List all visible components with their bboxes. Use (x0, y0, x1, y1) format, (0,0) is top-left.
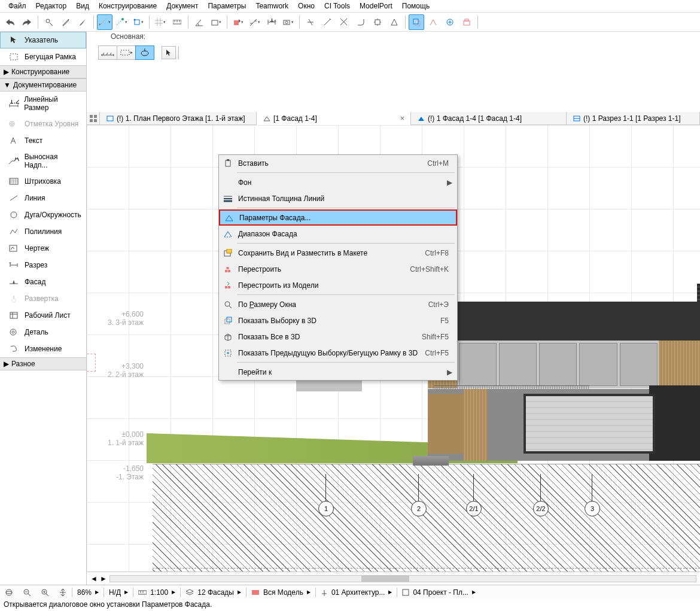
guide-2-button[interactable]: ▾ (114, 14, 129, 30)
tool-section[interactable]: Разрез (0, 257, 86, 273)
menu-window[interactable]: Окно (293, 1, 319, 11)
tool-level[interactable]: Отметка Уровня (0, 115, 86, 132)
reno-2-button[interactable] (442, 14, 458, 30)
nav-prev-icon[interactable]: ◄ (90, 574, 98, 583)
menu-help[interactable]: Помощь (397, 1, 434, 11)
menu-view[interactable]: Вид (71, 1, 94, 11)
menu-teamwork[interactable]: Teamwork (251, 1, 293, 11)
tool-drawing[interactable]: Чертеж (0, 240, 86, 257)
group-design[interactable]: ▶Конструирование (0, 65, 86, 78)
axis-2-1: 2/1 (468, 474, 480, 522)
angle-button[interactable] (191, 14, 207, 30)
split-button[interactable] (303, 14, 318, 30)
tab-plan[interactable]: (!) 1. План Первого Этажа [1. 1-й этаж] (100, 112, 257, 124)
ctx-background[interactable]: Фон▶ (219, 174, 457, 190)
guide-1-button[interactable]: ▾ (97, 14, 112, 30)
tab-section[interactable]: (!) 1 Разрез 1-1 [1 Разрез 1-1] (567, 112, 700, 124)
ctx-save-view[interactable]: Сохранить Вид и Разместить в МакетеCtrl+… (219, 245, 457, 261)
ctx-paste[interactable]: ВставитьCtrl+M (219, 155, 457, 171)
ruler-button[interactable] (169, 14, 185, 30)
measure-button[interactable] (41, 14, 57, 30)
tool-elevation[interactable]: Фасад (0, 273, 86, 290)
ctx-show-sel-3d[interactable]: Показать Выборку в 3DF5 (219, 312, 457, 329)
orbit-icon[interactable] (5, 588, 13, 597)
menu-modelport[interactable]: ModelPort (355, 1, 397, 11)
inject-button[interactable] (75, 14, 90, 30)
layout-value[interactable]: 04 Проект - Пл... ▶ (397, 588, 480, 597)
prism-button[interactable] (386, 14, 402, 30)
reno-3-button[interactable] (459, 14, 474, 30)
h-scrollbar[interactable] (109, 575, 696, 582)
zoom-out-icon[interactable] (23, 588, 31, 597)
pan-icon[interactable] (59, 588, 67, 597)
suspend-button[interactable]: ▾ (230, 14, 246, 30)
snap-button[interactable]: ▾ (130, 14, 146, 30)
dimension-tool-button[interactable]: 1.2 (264, 14, 279, 30)
tool-detail[interactable]: Деталь (0, 324, 86, 341)
cursor-mode-drop[interactable] (175, 46, 179, 59)
submenu-arrow-icon: ▶ (447, 368, 452, 376)
tool-dimension[interactable]: 1.2Линейный Размер (0, 92, 86, 115)
tab-grid-button[interactable] (87, 112, 100, 124)
close-tab-button[interactable]: × (400, 114, 404, 123)
ctx-show-all-3d[interactable]: Показать Все в 3DShift+F5 (219, 329, 457, 345)
tool-polyline[interactable]: Полилиния (0, 223, 86, 240)
resize-button[interactable] (370, 14, 385, 30)
geom-1-button[interactable] (98, 45, 117, 60)
intersect-button[interactable] (336, 14, 352, 30)
ctx-elevation-range[interactable]: Диапазон Фасада (219, 226, 457, 242)
ctx-show-prev-3d[interactable]: Показать Предыдущую Выборку/Бегущую Рамк… (219, 345, 457, 361)
arrow-tool[interactable]: Указатель (0, 32, 86, 48)
redo-button[interactable] (19, 14, 35, 30)
geom-3-button[interactable] (135, 45, 154, 60)
camera-button[interactable]: ▾ (281, 14, 296, 30)
geom-2-button[interactable] (117, 45, 136, 60)
undo-button[interactable] (2, 14, 18, 30)
marquee-tool[interactable]: Бегущая Рамка (0, 48, 86, 65)
modelview-value[interactable]: Вся Модель ▶ (246, 588, 315, 597)
menu-edit[interactable]: Редактор (31, 1, 72, 11)
menu-design[interactable]: Конструирование (94, 1, 162, 11)
menu-citools[interactable]: CI Tools (319, 1, 355, 11)
tool-fill[interactable]: Штриховка (0, 173, 86, 190)
tool-interior[interactable]: Развертка (0, 290, 86, 307)
tool-worksheet[interactable]: Рабочий Лист (0, 307, 86, 324)
menu-options[interactable]: Параметры (203, 1, 251, 11)
adjust-button[interactable] (319, 14, 335, 30)
elevation-icon (263, 115, 271, 122)
ctx-lineweight[interactable]: Истинная Толщина Линий (219, 190, 457, 206)
menu-document[interactable]: Документ (162, 1, 203, 11)
zoom-in-icon[interactable] (41, 588, 49, 597)
trace-button[interactable] (409, 14, 424, 30)
ctx-rebuild-model[interactable]: Перестроить из Модели (219, 277, 457, 293)
ctx-elevation-settings[interactable]: Параметры Фасада... (219, 209, 457, 226)
zoom-value[interactable]: 86% ▶ (72, 588, 104, 597)
tab-elevation[interactable]: [1 Фасад 1-4]× (257, 112, 411, 124)
tool-text[interactable]: Текст (0, 132, 86, 149)
penset-value[interactable]: 01 Архитектур... ▶ (316, 588, 397, 597)
fillet-button[interactable] (353, 14, 369, 30)
tab-elevation-2[interactable]: (!) 1 Фасад 1-4 [1 Фасад 1-4] (411, 112, 567, 124)
group-button[interactable]: ▾ (247, 14, 263, 30)
plane-button[interactable]: ▾ (208, 14, 224, 30)
group-misc[interactable]: ▶Разное (0, 357, 86, 370)
tool-line[interactable]: Линия (0, 190, 86, 206)
scale-value[interactable]: 1:100 ▶ (133, 588, 180, 597)
tool-label[interactable]: A1Выносная Надп... (0, 149, 86, 173)
ctx-fit[interactable]: По Размеру ОкнаCtrl+Э (219, 296, 457, 312)
ctx-goto[interactable]: Перейти к▶ (219, 364, 457, 380)
reno-1-button[interactable] (425, 14, 441, 30)
svg-rect-70 (225, 319, 230, 324)
group-document[interactable]: ▼Документирование (0, 78, 86, 92)
ctx-rebuild[interactable]: ПерестроитьCtrl+Shift+K (219, 261, 457, 277)
svg-line-69 (229, 306, 232, 308)
tool-arc[interactable]: Дуга/Окружность (0, 206, 86, 223)
nd-value[interactable]: Н/Д ▶ (104, 588, 133, 597)
dropper-button[interactable] (58, 14, 74, 30)
layer-combo-value[interactable]: 12 Фасады ▶ (181, 588, 246, 597)
grid-button[interactable]: ▾ (153, 14, 168, 30)
cursor-mode-button[interactable] (162, 46, 176, 59)
nav-next-icon[interactable]: ► (100, 574, 107, 583)
tool-change[interactable]: Изменение (0, 341, 86, 357)
menu-file[interactable]: Файл (4, 1, 31, 11)
